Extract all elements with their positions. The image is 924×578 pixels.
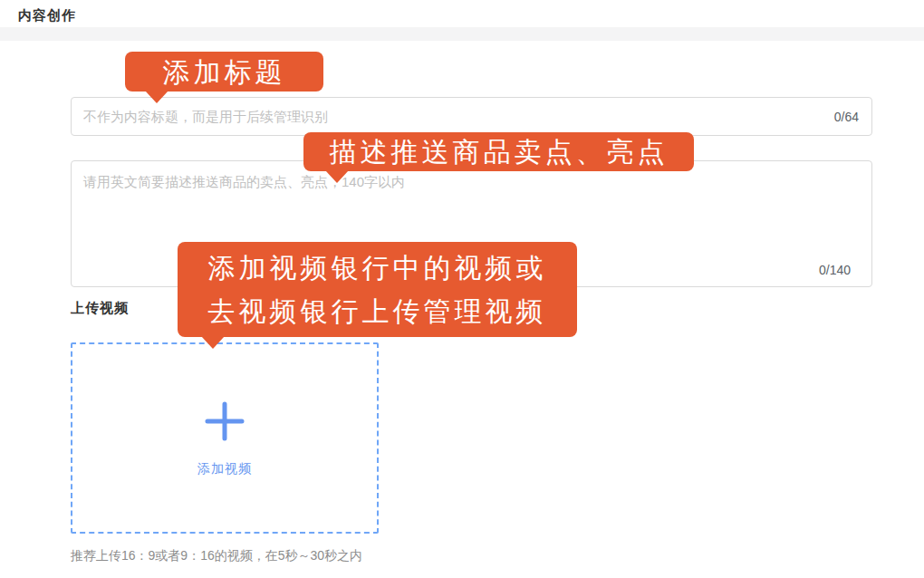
- add-video-dropzone[interactable]: 添加视频: [71, 342, 379, 534]
- tooltip-video-line1: 添加视频银行中的视频或: [208, 246, 547, 290]
- tooltip-video-line2: 去视频银行上传管理视频: [208, 290, 547, 333]
- tooltip-describe-selling-points: 描述推送商品卖点、亮点: [303, 132, 694, 171]
- tooltip-add-title-text: 添加标题: [163, 52, 286, 92]
- upload-hint-text: 推荐上传16：9或者9：16的视频，在5秒～30秒之内: [71, 548, 362, 564]
- tooltip-arrow-down-icon: [145, 91, 168, 103]
- tooltip-add-title: 添加标题: [125, 52, 323, 92]
- upload-video-label: 上传视频: [71, 300, 129, 317]
- plus-icon: [203, 400, 246, 443]
- tooltip-arrow-down-icon: [325, 170, 349, 183]
- tooltip-describe-text: 描述推送商品卖点、亮点: [330, 131, 669, 172]
- title-input[interactable]: [71, 97, 872, 136]
- title-field-wrap: 0/64: [71, 97, 872, 136]
- header-divider: [0, 27, 924, 41]
- content-creation-page: 内容创作 添加标题 0/64 描述推送商品卖点、亮点 0/140 添加视频银行中…: [0, 0, 924, 578]
- tooltip-video-bank: 添加视频银行中的视频或 去视频银行上传管理视频: [178, 242, 577, 337]
- page-title: 内容创作: [18, 7, 76, 24]
- tooltip-arrow-down-icon: [201, 336, 225, 349]
- add-video-label: 添加视频: [197, 461, 252, 477]
